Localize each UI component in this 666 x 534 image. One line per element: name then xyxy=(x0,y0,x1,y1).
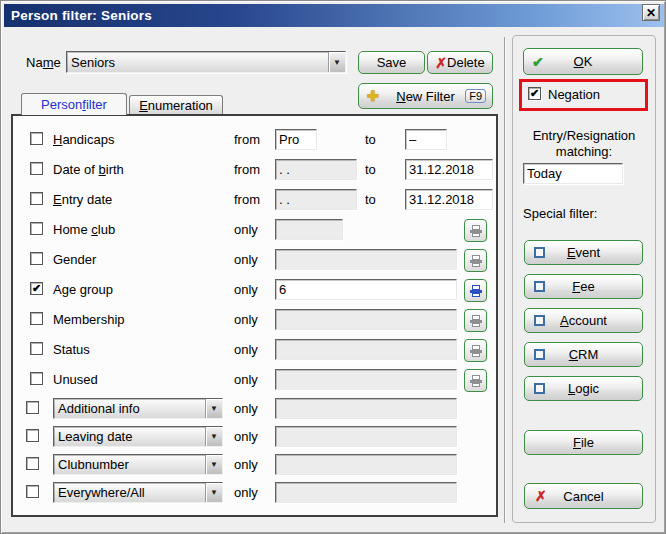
check-icon: ✔ xyxy=(532,54,544,70)
handicaps-checkbox[interactable] xyxy=(30,132,43,145)
everywhere-all-checkbox[interactable] xyxy=(26,485,39,498)
only-label: only xyxy=(234,252,258,267)
filter-name-select[interactable]: Seniors ▼ xyxy=(66,51,346,73)
additional-info-checkbox[interactable] xyxy=(26,401,39,414)
blue-square-icon xyxy=(534,247,545,258)
everywhere-all-select[interactable]: Everywhere/All ▼ xyxy=(53,482,223,503)
from-label: from xyxy=(234,132,260,147)
new-filter-button[interactable]: ✚ New Filter F9 xyxy=(358,83,493,109)
status-list-button[interactable] xyxy=(464,339,487,362)
blue-square-icon xyxy=(534,281,545,292)
gender-list-button[interactable] xyxy=(464,249,487,272)
membership-list-button[interactable] xyxy=(464,309,487,332)
chevron-down-icon[interactable]: ▼ xyxy=(205,455,222,474)
filter-row-leaving-date: Leaving date ▼ only xyxy=(13,426,496,450)
handicaps-to-input[interactable] xyxy=(405,129,447,150)
unused-list-button[interactable] xyxy=(464,369,487,392)
title-bar[interactable]: Person filter: Seniors xyxy=(4,4,664,27)
account-button[interactable]: Account xyxy=(524,308,643,333)
only-label: only xyxy=(234,342,258,357)
chevron-down-icon[interactable]: ▼ xyxy=(205,427,222,446)
entry-date-to-input[interactable] xyxy=(405,189,493,210)
date-of-birth-to-input[interactable] xyxy=(405,159,493,180)
event-button[interactable]: Event xyxy=(524,240,643,265)
chevron-down-icon[interactable]: ▼ xyxy=(205,399,222,418)
status-input[interactable] xyxy=(275,339,457,360)
printer-icon xyxy=(469,344,483,358)
clubnumber-checkbox[interactable] xyxy=(26,457,39,470)
tab-person-filter[interactable]: Person filter xyxy=(21,93,127,115)
filter-row-everywhere-all: Everywhere/All ▼ only xyxy=(13,482,496,506)
everywhere-all-input[interactable] xyxy=(275,482,457,503)
leaving-date-input[interactable] xyxy=(275,426,457,447)
file-button[interactable]: File xyxy=(524,430,643,455)
only-label: only xyxy=(234,429,258,444)
entry-date-checkbox[interactable] xyxy=(30,192,43,205)
chevron-down-icon[interactable]: ▼ xyxy=(205,483,222,502)
gender-input[interactable] xyxy=(275,249,457,270)
leaving-date-checkbox[interactable] xyxy=(26,429,39,442)
only-label: only xyxy=(234,222,258,237)
age-group-list-button[interactable] xyxy=(464,279,487,302)
unused-input[interactable] xyxy=(275,369,457,390)
filter-row-home-club: Home club only xyxy=(13,219,496,243)
age-group-input[interactable] xyxy=(275,279,457,300)
date-of-birth-checkbox[interactable] xyxy=(30,162,43,175)
age-group-checkbox[interactable]: ✔ xyxy=(30,282,43,295)
crm-button[interactable]: CRM xyxy=(524,342,643,367)
to-label: to xyxy=(365,192,376,207)
delete-button[interactable]: ✗Delete xyxy=(427,51,493,74)
entry-date-label: Entry date xyxy=(53,192,112,207)
tab-enumeration[interactable]: Enumeration xyxy=(129,95,223,115)
blue-square-icon xyxy=(534,349,545,360)
membership-checkbox[interactable] xyxy=(30,312,43,325)
fee-button[interactable]: Fee xyxy=(524,274,643,299)
printer-icon xyxy=(469,314,483,328)
save-button[interactable]: Save xyxy=(358,51,425,74)
leaving-date-select[interactable]: Leaving date ▼ xyxy=(53,426,223,447)
matching-label-line2: matching: xyxy=(512,144,656,159)
age-group-label: Age group xyxy=(53,282,113,297)
date-of-birth-from-input[interactable] xyxy=(275,159,357,180)
filter-row-gender: Gender only xyxy=(13,249,496,273)
only-label: only xyxy=(234,485,258,500)
filter-row-unused: Unused only xyxy=(13,369,496,393)
f9-key-badge: F9 xyxy=(465,89,486,103)
status-checkbox[interactable] xyxy=(30,342,43,355)
delete-x-icon: ✗ xyxy=(435,55,447,71)
matching-label-line1: Entry/Resignation xyxy=(512,128,656,143)
filter-row-additional-info: Additional info ▼ only xyxy=(13,398,496,422)
additional-info-input[interactable] xyxy=(275,398,457,419)
status-label: Status xyxy=(53,342,90,357)
chevron-down-icon[interactable]: ▼ xyxy=(328,52,345,72)
filter-row-entry-date: Entry date from to xyxy=(13,189,496,213)
home-club-list-button[interactable] xyxy=(464,219,487,242)
home-club-checkbox[interactable] xyxy=(30,222,43,235)
cancel-button[interactable]: ✗ Cancel xyxy=(524,483,643,509)
membership-input[interactable] xyxy=(275,309,457,330)
filter-row-age-group: ✔ Age group only xyxy=(13,279,496,303)
clubnumber-select[interactable]: Clubnumber ▼ xyxy=(53,454,223,475)
filter-row-date-of-birth: Date of birth from to xyxy=(13,159,496,183)
handicaps-from-input[interactable] xyxy=(275,129,317,150)
blue-square-icon xyxy=(534,315,545,326)
clubnumber-input[interactable] xyxy=(275,454,457,475)
date-of-birth-label: Date of birth xyxy=(53,162,124,177)
close-button[interactable]: ✕ xyxy=(642,4,660,21)
unused-checkbox[interactable] xyxy=(30,372,43,385)
filter-row-membership: Membership only xyxy=(13,309,496,333)
vertical-separator xyxy=(504,37,505,523)
home-club-input[interactable] xyxy=(275,219,343,240)
additional-info-select[interactable]: Additional info ▼ xyxy=(53,398,223,419)
negation-highlight-frame xyxy=(519,79,648,111)
unused-label: Unused xyxy=(53,372,98,387)
person-filter-dialog: Person filter: Seniors ✕ Name Seniors ▼ … xyxy=(0,0,666,534)
matching-input[interactable] xyxy=(523,163,623,184)
name-label: Name xyxy=(26,55,61,70)
printer-icon xyxy=(469,374,483,388)
entry-date-from-input[interactable] xyxy=(275,189,357,210)
gender-checkbox[interactable] xyxy=(30,252,43,265)
logic-button[interactable]: Logic xyxy=(524,376,643,401)
ok-button[interactable]: ✔ OK xyxy=(523,48,643,75)
to-label: to xyxy=(365,162,376,177)
